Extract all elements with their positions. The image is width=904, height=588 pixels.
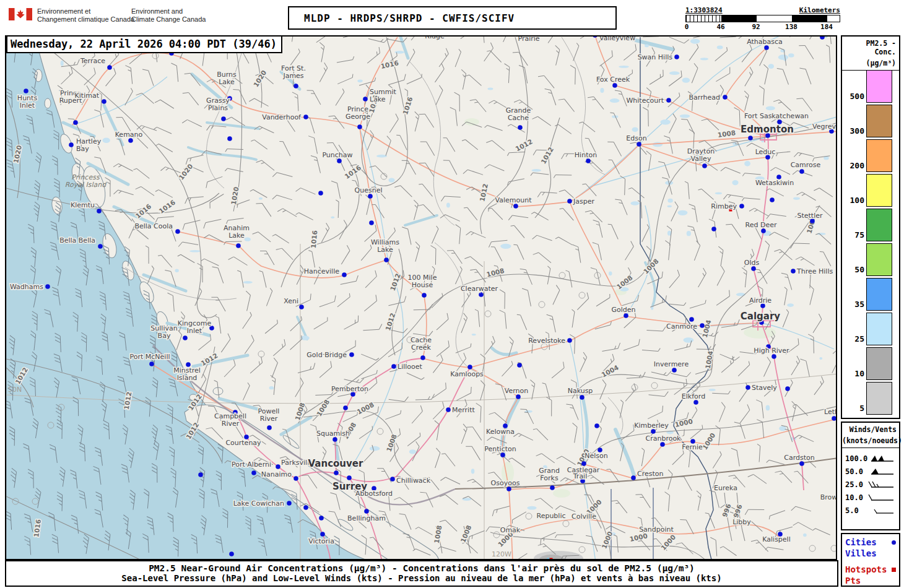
cities-label-fr: Villes	[845, 548, 877, 559]
city-label: Osoyoos	[491, 479, 520, 487]
markers-legend: Cities Villes Hotspots Pts chauds	[841, 533, 900, 587]
wind-barb-100-icon	[867, 454, 895, 463]
city-label: Leduc	[755, 148, 776, 156]
city-label: Rimbey	[711, 202, 737, 210]
pm25-legend-rows: 50030020010075503525105	[842, 69, 899, 415]
wind-speed-row: 10.0	[842, 491, 899, 504]
pm25-color-swatch	[866, 313, 892, 345]
city-marker	[739, 204, 744, 209]
wind-speed-label: 25.0	[845, 480, 863, 489]
city-label: Olds	[744, 259, 760, 267]
pm25-color-swatch	[866, 174, 892, 207]
city-label: Xeni	[284, 297, 298, 305]
city-label: Fox Creek	[596, 76, 630, 84]
city-marker	[612, 83, 617, 88]
city-label: Kimberley	[634, 422, 669, 430]
city-marker	[267, 425, 272, 430]
city-label: Bella Bella	[59, 236, 95, 244]
city-marker	[761, 228, 766, 233]
city-marker	[689, 317, 694, 322]
pm25-level-value: 75	[854, 230, 864, 240]
city-marker	[343, 405, 348, 410]
city-label: Edmonton	[741, 124, 794, 135]
city-label: Camrose	[791, 161, 821, 169]
city-marker	[251, 470, 256, 475]
city-marker	[624, 313, 628, 318]
city-label: Bella Coola	[134, 222, 173, 230]
city-marker	[631, 475, 636, 480]
weather-map: 50N120W102010201020102010161016101610161…	[6, 37, 836, 559]
city-label: Squamish	[316, 430, 350, 438]
city-label: High River	[754, 347, 789, 355]
pm25-level-value: 100	[850, 196, 864, 205]
wind-speed-label: 5.0	[845, 506, 859, 515]
city-label: Vegreville	[812, 123, 836, 131]
city-marker	[745, 385, 750, 390]
city-marker	[467, 365, 472, 370]
city-label: Lethbridge	[824, 408, 836, 416]
city-marker	[581, 461, 586, 466]
wind-barb-10-icon	[867, 493, 895, 502]
city-marker	[390, 477, 395, 482]
scale-tick-labels: 0 46 92 138 184	[685, 22, 840, 31]
pm25-color-swatch	[866, 209, 892, 241]
city-marker	[73, 120, 78, 125]
hotspots-label-en: Hotspots	[845, 564, 887, 575]
city-marker	[637, 142, 641, 147]
city-marker	[586, 158, 591, 163]
pm25-legend-units: (µg/m³)	[842, 56, 899, 67]
city-marker	[299, 305, 304, 309]
city-label: PowellRiver	[258, 407, 280, 423]
city-marker	[45, 284, 50, 289]
city-label: Creston	[637, 470, 664, 478]
pm25-level-value: 200	[850, 161, 864, 170]
city-marker	[785, 386, 790, 391]
city-label: Edson	[626, 134, 646, 142]
pm25-color-swatch	[866, 105, 892, 137]
city-label: Lake Cowichan	[233, 499, 284, 508]
pm25-color-swatch	[866, 70, 892, 103]
city-label: Swan Hills	[638, 53, 673, 61]
scale-seg-black	[792, 15, 827, 22]
scale-tick: 46	[716, 23, 724, 31]
city-label: 100 MileHouse	[408, 274, 437, 289]
city-marker	[149, 361, 154, 366]
city-marker	[320, 532, 325, 537]
product-title-text: MLDP - HRDPS/SHRPD - CWFIS/SCIFV	[304, 12, 515, 24]
city-marker	[506, 486, 511, 491]
city-marker	[513, 204, 518, 209]
pm25-level-row: 75	[842, 207, 899, 242]
city-marker	[107, 65, 112, 70]
city-label: GrassyPlains	[206, 97, 230, 112]
pm25-level-value: 300	[850, 126, 864, 136]
city-marker	[422, 293, 427, 298]
city-label: Cardston	[784, 454, 815, 462]
city-label: Punchaw	[322, 151, 352, 159]
hotspots-label-fr: Pts chauds	[845, 575, 896, 588]
city-label: Kemano	[115, 131, 143, 139]
city-label: Terrace	[80, 57, 105, 65]
city-label: Athabasca	[747, 38, 783, 46]
scale-seg-white	[757, 15, 792, 22]
city-label: Vernon	[505, 387, 528, 395]
wind-speed-row: 50.0	[842, 465, 899, 478]
city-marker	[771, 354, 776, 359]
city-dot-icon	[892, 540, 896, 545]
city-marker	[517, 363, 522, 368]
city-label: Clearwater	[461, 285, 498, 293]
svg-text:Libby: Libby	[732, 518, 751, 526]
svg-text:Sandpoint: Sandpoint	[639, 525, 674, 534]
city-label: GrandePrairie	[516, 37, 542, 43]
city-label: Vanderhoof	[262, 113, 302, 121]
scale-tick: 0	[685, 23, 689, 31]
city-marker	[594, 423, 599, 428]
city-marker	[702, 163, 707, 168]
hotspot-square-icon	[892, 568, 896, 572]
pm25-legend-title: PM2.5 - Conc.	[842, 37, 899, 56]
city-label: Revelstoke	[528, 337, 565, 345]
pm25-level-row: 500	[842, 69, 899, 103]
city-marker	[420, 355, 425, 360]
city-label: Nakusp	[568, 387, 593, 395]
city-label: Port Alberni	[232, 460, 271, 469]
city-label: Cranbrook	[645, 435, 681, 443]
